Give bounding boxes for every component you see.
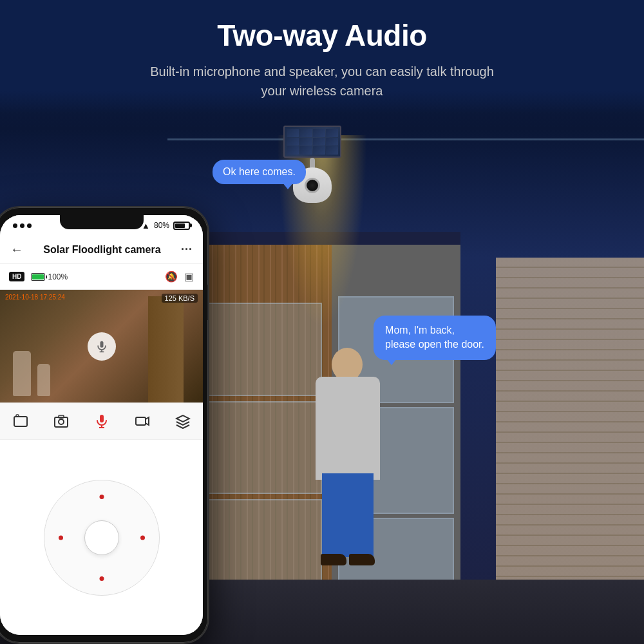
phone-power-button[interactable] [207,285,209,320]
video-adult-silhouette [13,351,31,396]
battery-status: 100% [31,272,68,281]
video-speed: 125 KB/S [162,294,198,303]
phone-notch [60,215,144,229]
adult-figure [309,348,386,592]
mic-button[interactable] [90,410,113,433]
back-button[interactable]: ← [10,242,23,257]
joystick-center[interactable] [84,520,119,555]
video-door [148,296,184,402]
status-signal-dots [13,223,32,228]
control-pad-area [0,440,203,635]
video-child-silhouette [37,364,50,396]
camera-lens [305,178,320,193]
battery-green-icon [31,273,45,281]
adult-pants [322,473,374,557]
solar-panel [283,126,341,158]
phone-device: ▲ 80% ← Solar Floodlight camera ··· HD [0,206,222,644]
joystick-dot-right [140,535,145,540]
app-nav-bar: ← Solar Floodlight camera ··· [0,236,203,264]
person-speech-bubble: Mom, I'm back, please open the door. [374,316,496,360]
bell-icon[interactable]: 🔕 [165,270,178,283]
svg-rect-0 [100,341,103,347]
phone-outer-shell: ▲ 80% ← Solar Floodlight camera ··· HD [0,206,209,644]
ceiling-line [167,138,644,140]
joystick-dot-bottom [99,576,104,581]
svg-rect-4 [16,415,19,417]
header-section: Two-way Audio Built-in microphone and sp… [0,0,644,113]
joystick-dot-left [59,535,63,540]
page-subtitle: Built-in microphone and speaker, you can… [52,62,592,100]
video-feed[interactable]: 2021-10-18 17:25:24 125 KB/S [0,290,203,402]
hd-badge: HD [9,272,24,281]
device-controls-bar: HD 100% 🔕 ▣ [0,264,203,290]
layout-icon[interactable]: ▣ [184,270,194,283]
video-timestamp: 2021-10-18 17:25:24 [5,294,65,301]
app-nav-title: Solar Floodlight camera [43,244,160,256]
adult-shoe-right [349,554,375,565]
mic-icon [95,340,108,353]
svg-rect-11 [136,417,146,425]
adult-shoe-left [321,554,346,565]
svg-rect-3 [14,417,27,426]
action-bar [0,402,203,440]
svg-point-6 [59,419,64,424]
video-mic-button[interactable] [88,332,116,361]
status-right-area: ▲ 80% [142,221,190,231]
adult-body [316,377,380,480]
joystick-dot-top [99,495,104,499]
svg-rect-8 [100,415,104,422]
battery-icon [173,222,190,230]
layers-button[interactable] [171,410,194,433]
battery-pct-label: 100% [48,272,68,281]
camera-speech-bubble: Ok here comes. [213,160,306,184]
video-people [13,351,50,396]
page-title: Two-way Audio [52,18,592,53]
screenshot-button[interactable] [9,410,32,433]
phone-screen: ▲ 80% ← Solar Floodlight camera ··· HD [0,215,203,635]
photo-button[interactable] [50,410,73,433]
video-button[interactable] [131,410,154,433]
page-wrapper: Ok here comes. Mom, I'm back, please ope… [0,0,644,644]
joystick-circle[interactable] [44,480,160,596]
battery-percentage: 80% [154,221,169,230]
menu-button[interactable]: ··· [181,243,193,256]
